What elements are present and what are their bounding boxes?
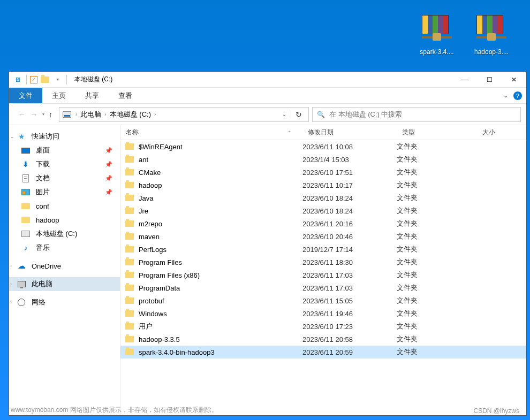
sidebar-item-quick-access[interactable]: ⌄ ★ 快速访问 <box>9 129 120 143</box>
sidebar-item-label: 网络 <box>32 297 46 307</box>
chevron-right-icon[interactable]: › <box>75 111 77 117</box>
ribbon-tab-file[interactable]: 文件 <box>9 88 42 103</box>
sidebar-item-documents[interactable]: 文档 📌 <box>9 171 120 185</box>
file-name: Windows <box>139 310 302 318</box>
sidebar-item-conf[interactable]: conf <box>9 199 120 213</box>
file-name: 用户 <box>139 322 302 331</box>
refresh-button[interactable]: ↻ <box>291 110 306 119</box>
folder-icon <box>120 220 139 227</box>
help-icon[interactable]: ? <box>513 91 522 100</box>
nav-forward-button[interactable]: → <box>30 110 38 119</box>
column-header-date[interactable]: 修改日期 <box>302 128 397 137</box>
file-name: Program Files (x86) <box>139 271 302 279</box>
sidebar-item-music[interactable]: ♪ 音乐 <box>9 241 120 255</box>
column-header-name[interactable]: 名称 ⌃ <box>120 128 302 137</box>
close-button[interactable]: ✕ <box>502 72 526 88</box>
nav-up-button[interactable]: ↑ <box>49 110 52 119</box>
ribbon-tab-home[interactable]: 主页 <box>42 88 75 103</box>
table-row[interactable]: hadoop2023/6/11 10:17文件夹 <box>120 179 526 192</box>
folder-icon <box>120 336 139 342</box>
table-row[interactable]: ProgramData2023/6/11 17:03文件夹 <box>120 281 526 294</box>
table-row[interactable]: hadoop-3.3.52023/6/11 20:58文件夹 <box>120 333 526 346</box>
folder-icon <box>120 285 139 291</box>
file-type: 文件夹 <box>397 206 477 216</box>
separator <box>26 75 27 85</box>
network-icon <box>17 297 26 307</box>
folder-icon <box>120 272 139 278</box>
chevron-down-icon[interactable]: ⌄ <box>10 134 14 139</box>
minimize-button[interactable]: — <box>452 72 477 88</box>
file-type: 文件夹 <box>397 155 477 164</box>
table-row[interactable]: Java2023/6/10 18:24文件夹 <box>120 192 526 204</box>
table-row[interactable]: maven2023/6/10 20:46文件夹 <box>120 230 526 243</box>
checkbox-icon[interactable]: ✓ <box>30 76 37 83</box>
file-date: 2023/6/10 20:46 <box>302 233 397 241</box>
chevron-right-icon[interactable]: › <box>154 111 156 117</box>
file-type: 文件夹 <box>397 167 477 177</box>
folder-icon <box>120 297 139 304</box>
sidebar-item-label: 下载 <box>36 159 50 169</box>
separator <box>66 75 67 85</box>
table-row[interactable]: $WinREAgent2023/6/11 10:08文件夹 <box>120 140 526 153</box>
table-row[interactable]: spark-3.4.0-bin-hadoop32023/6/11 20:59文件… <box>120 346 526 358</box>
ribbon-tab-view[interactable]: 查看 <box>109 88 142 103</box>
column-header-type[interactable]: 类型 <box>397 128 477 137</box>
sidebar-item-hadoop[interactable]: hadoop <box>9 213 120 227</box>
sidebar-item-label: OneDrive <box>32 262 61 270</box>
sidebar-item-desktop[interactable]: 桌面 📌 <box>9 143 120 157</box>
chevron-right-icon[interactable]: › <box>10 300 12 305</box>
table-row[interactable]: Windows2023/6/11 19:46文件夹 <box>120 307 526 320</box>
qat-dropdown-icon[interactable]: ▾ <box>52 74 63 85</box>
download-icon: ⬇ <box>21 159 31 169</box>
table-row[interactable]: m2repo2023/6/11 20:16文件夹 <box>120 217 526 230</box>
sidebar-item-pictures[interactable]: 图片 📌 <box>9 185 120 199</box>
nav-history-dropdown-icon[interactable]: ▾ <box>42 112 44 117</box>
folder-icon <box>21 215 31 225</box>
ribbon-tab-share[interactable]: 共享 <box>75 88 109 103</box>
watermark-left: www.toymoban.com 网络图片仅供展示，非存储，如有侵权请联系删除。 <box>11 406 218 415</box>
sidebar-item-network[interactable]: › 网络 <box>9 295 120 309</box>
table-row[interactable]: Program Files (x86)2023/6/11 17:03文件夹 <box>120 269 526 281</box>
chevron-right-icon[interactable]: › <box>104 111 106 117</box>
address-dropdown-icon[interactable]: ⌄ <box>278 111 291 117</box>
desktop-icon-hadoop[interactable]: hadoop-3.... <box>470 15 513 56</box>
folder-icon <box>120 156 139 163</box>
chevron-right-icon[interactable]: › <box>10 263 12 269</box>
file-name: maven <box>139 233 302 241</box>
sidebar-item-downloads[interactable]: ⬇ 下载 📌 <box>9 157 120 171</box>
file-name: protobuf <box>139 297 302 305</box>
nav-arrows: ← → ▾ ↑ <box>14 110 56 119</box>
sidebar-item-onedrive[interactable]: › ☁ OneDrive <box>9 259 120 273</box>
table-row[interactable]: PerfLogs2019/12/7 17:14文件夹 <box>120 243 526 256</box>
table-row[interactable]: ant2023/1/4 15:03文件夹 <box>120 153 526 166</box>
breadcrumb-current[interactable]: 本地磁盘 (C:) <box>110 110 151 119</box>
desktop-icons: spark-3.4.... hadoop-3.... <box>415 15 513 56</box>
table-row[interactable]: Jre2023/6/10 18:24文件夹 <box>120 204 526 217</box>
search-box[interactable]: 🔍 <box>312 107 521 122</box>
maximize-button[interactable]: ☐ <box>477 72 502 88</box>
table-row[interactable]: protobuf2023/6/11 15:05文件夹 <box>120 294 526 307</box>
nav-back-button[interactable]: ← <box>18 110 26 119</box>
chevron-right-icon[interactable]: › <box>10 281 12 287</box>
sidebar-item-label: 图片 <box>36 187 50 197</box>
file-name: CMake <box>139 169 302 177</box>
desktop-icon-spark[interactable]: spark-3.4.... <box>415 15 458 56</box>
table-row[interactable]: Program Files2023/6/11 18:30文件夹 <box>120 256 526 269</box>
address-bar[interactable]: › 此电脑 › 本地磁盘 (C:) › ⌄ ↻ <box>59 107 309 122</box>
sidebar-item-label: hadoop <box>36 216 59 224</box>
search-input[interactable] <box>329 110 516 118</box>
breadcrumb-root[interactable]: 此电脑 <box>80 110 101 119</box>
sidebar-item-local-disk[interactable]: 本地磁盘 (C:) <box>9 227 120 241</box>
file-type: 文件夹 <box>397 142 477 151</box>
rar-icon <box>422 15 452 45</box>
file-list: 名称 ⌃ 修改日期 类型 大小 $WinREAgent2023/6/11 10:… <box>120 125 526 415</box>
ribbon-expand-icon[interactable]: ⌄ <box>503 92 508 99</box>
sidebar-item-this-pc[interactable]: › 此电脑 <box>9 277 120 291</box>
table-row[interactable]: CMake2023/6/10 17:51文件夹 <box>120 166 526 179</box>
file-rows: $WinREAgent2023/6/11 10:08文件夹ant2023/1/4… <box>120 140 526 415</box>
file-name: $WinREAgent <box>139 143 302 151</box>
desktop-icon-label: spark-3.4.... <box>420 48 453 56</box>
table-row[interactable]: 用户2023/6/10 17:23文件夹 <box>120 320 526 333</box>
file-name: hadoop <box>139 181 302 189</box>
column-header-size[interactable]: 大小 <box>477 128 526 137</box>
